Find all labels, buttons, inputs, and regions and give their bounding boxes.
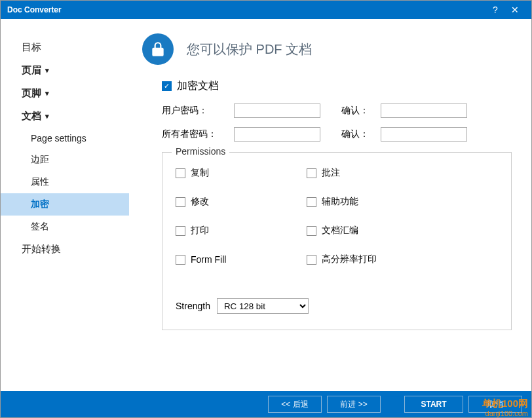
owner-password-label: 所有者密码： bbox=[162, 128, 234, 140]
perm-form-fill[interactable]: Form Fill bbox=[176, 254, 307, 265]
content-panel: 您可以保护 PDF 文档 ✓ 加密文档 用户密码： 确认： 所有者密码： 确认：… bbox=[129, 19, 531, 391]
sidebar-item-start-convert[interactable]: 开始转换 bbox=[1, 238, 129, 261]
chevron-down-icon: ▾ bbox=[45, 89, 49, 98]
sidebar-sub-properties[interactable]: 属性 bbox=[1, 171, 129, 193]
perm-copy[interactable]: 复制 bbox=[176, 167, 307, 179]
sidebar-item-footer[interactable]: 页脚▾ bbox=[1, 82, 129, 105]
encrypt-doc-checkbox[interactable]: ✓ 加密文档 bbox=[162, 79, 512, 93]
back-button[interactable]: << 后退 bbox=[268, 396, 322, 413]
chevron-down-icon: ▾ bbox=[45, 66, 49, 75]
window-title: Doc Converter bbox=[7, 5, 485, 14]
owner-password-confirm-label: 确认： bbox=[341, 128, 381, 140]
perm-accessibility[interactable]: 辅助功能 bbox=[307, 196, 438, 208]
check-icon: ✓ bbox=[162, 81, 172, 91]
lock-icon bbox=[142, 33, 174, 65]
sidebar: 目标 页眉▾ 页脚▾ 文档▾ Page settings 边距 属性 加密 签名… bbox=[1, 19, 129, 391]
sidebar-item-target[interactable]: 目标 bbox=[1, 36, 129, 59]
permissions-legend: Permissions bbox=[172, 146, 229, 157]
sidebar-sub-margins[interactable]: 边距 bbox=[1, 149, 129, 171]
user-password-input[interactable] bbox=[234, 104, 320, 118]
titlebar: Doc Converter ? ✕ bbox=[1, 1, 531, 19]
page-header: 您可以保护 PDF 文档 bbox=[142, 33, 512, 65]
sidebar-sub-page-settings[interactable]: Page settings bbox=[1, 128, 129, 149]
close-button[interactable]: ✕ bbox=[505, 5, 525, 15]
page-title: 您可以保护 PDF 文档 bbox=[187, 41, 312, 58]
perm-hires-print[interactable]: 高分辨率打印 bbox=[307, 254, 438, 265]
owner-password-confirm-input[interactable] bbox=[381, 127, 467, 142]
sidebar-item-document[interactable]: 文档▾ bbox=[1, 105, 129, 128]
perm-modify[interactable]: 修改 bbox=[176, 196, 307, 208]
user-password-confirm-input[interactable] bbox=[381, 104, 467, 118]
sidebar-sub-encrypt[interactable]: 加密 bbox=[1, 193, 129, 216]
strength-select[interactable]: RC 128 bit bbox=[217, 298, 309, 314]
owner-password-input[interactable] bbox=[234, 127, 320, 142]
perm-print[interactable]: 打印 bbox=[176, 225, 307, 237]
perm-assembly[interactable]: 文档汇编 bbox=[307, 225, 438, 237]
main-area: 目标 页眉▾ 页脚▾ 文档▾ Page settings 边距 属性 加密 签名… bbox=[1, 19, 531, 391]
footer-bar: << 后退 前进 >> START 取消 单机100网 danji100.com bbox=[1, 391, 531, 417]
strength-label: Strength bbox=[176, 301, 210, 311]
user-password-label: 用户密码： bbox=[162, 105, 234, 117]
perm-annotate[interactable]: 批注 bbox=[307, 167, 438, 179]
permissions-fieldset: Permissions 复制 批注 修改 辅助功能 打印 文档汇编 Form F… bbox=[162, 152, 512, 330]
user-password-confirm-label: 确认： bbox=[341, 105, 381, 117]
sidebar-item-header[interactable]: 页眉▾ bbox=[1, 59, 129, 82]
help-button[interactable]: ? bbox=[485, 5, 505, 15]
chevron-down-icon: ▾ bbox=[45, 112, 49, 121]
sidebar-sub-signature[interactable]: 签名 bbox=[1, 216, 129, 238]
next-button[interactable]: 前进 >> bbox=[327, 396, 381, 413]
cancel-button[interactable]: 取消 bbox=[468, 396, 522, 413]
start-button[interactable]: START bbox=[404, 396, 463, 413]
